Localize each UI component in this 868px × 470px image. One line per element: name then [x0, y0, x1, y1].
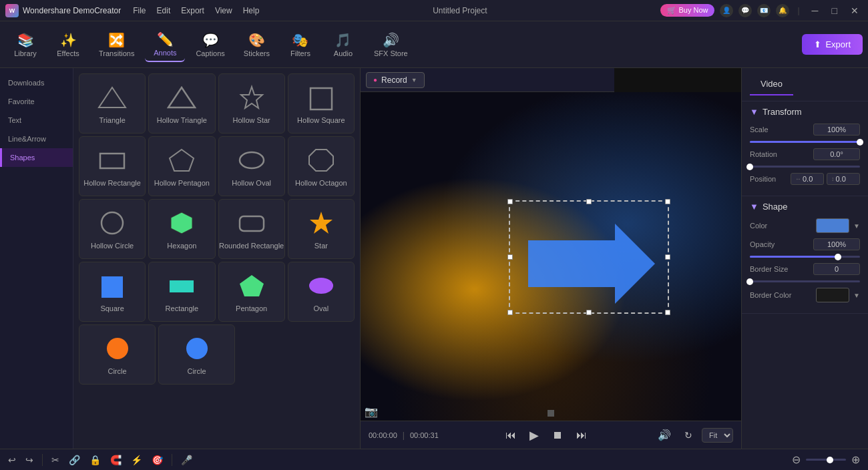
toolbar-captions[interactable]: 💬 Captions — [188, 28, 232, 61]
zoom-in-button[interactable]: ⊕ — [849, 452, 863, 467]
zoom-slider-thumb[interactable] — [827, 457, 833, 463]
toolbar-stickers[interactable]: 🎨 Stickers — [236, 28, 278, 61]
sidebar-item-text[interactable]: Text — [0, 111, 73, 130]
hollow-star-preview — [234, 83, 269, 112]
forward-button[interactable]: ⏭ — [572, 428, 591, 443]
opacity-value[interactable]: 100% — [813, 238, 860, 250]
position-x-value[interactable]: ↔ 0.0 — [791, 173, 824, 185]
buy-now-button[interactable]: 🛒 Buy Now — [660, 4, 714, 17]
border-size-value[interactable]: 0 — [813, 263, 860, 275]
motion-button[interactable]: 🎯 — [149, 453, 166, 467]
ripple-button[interactable]: 🔗 — [66, 453, 83, 467]
play-button[interactable]: ▶ — [525, 427, 543, 444]
camera-icon[interactable]: 📷 — [365, 405, 378, 418]
shape-triangle[interactable]: Triangle — [79, 73, 146, 134]
shape-oval[interactable]: Oval — [288, 262, 355, 322]
scale-slider-thumb[interactable] — [857, 139, 863, 146]
scale-slider[interactable] — [750, 141, 860, 143]
selection-handle-mr[interactable] — [665, 254, 670, 260]
selection-handle-bl[interactable] — [507, 310, 513, 315]
rewind-button[interactable]: ⏮ — [501, 428, 520, 443]
shape-rounded-rectangle[interactable]: Rounded Rectangle — [218, 199, 285, 259]
user-icon[interactable]: 👤 — [720, 4, 733, 17]
shape-hollow-square[interactable]: Hollow Square — [288, 73, 355, 134]
refresh-button[interactable]: ↻ — [680, 429, 696, 442]
selection-handle-tr[interactable] — [665, 199, 670, 204]
border-size-slider-thumb[interactable] — [746, 278, 753, 285]
shape-square[interactable]: Square — [79, 262, 146, 322]
split-button[interactable]: ⚡ — [128, 453, 145, 467]
border-color-picker[interactable] — [816, 288, 849, 302]
shape-pentagon[interactable]: Pentagon — [218, 262, 285, 322]
shape-hollow-triangle[interactable]: Hollow Triangle — [148, 73, 215, 134]
notification-icon[interactable]: 🔔 — [776, 4, 789, 17]
toolbar-library[interactable]: 📚 Library — [5, 28, 45, 61]
menu-view[interactable]: View — [215, 6, 232, 15]
menu-edit[interactable]: Edit — [157, 6, 171, 15]
rotation-slider[interactable] — [750, 166, 860, 168]
shape-hollow-oval[interactable]: Hollow Oval — [218, 136, 285, 196]
cut-button[interactable]: ✂ — [49, 453, 62, 467]
shape-hollow-pentagon[interactable]: Hollow Pentagon — [148, 136, 215, 196]
close-button[interactable]: ✕ — [847, 4, 863, 17]
redo-button[interactable]: ↪ — [23, 453, 36, 467]
zoom-out-button[interactable]: ⊖ — [789, 452, 803, 467]
community-icon[interactable]: 💬 — [738, 4, 752, 17]
toolbar-transitions[interactable]: 🔀 Transitions — [91, 28, 142, 61]
menu-file[interactable]: File — [133, 6, 146, 15]
zoom-slider[interactable] — [806, 459, 846, 461]
selection-handle-br[interactable] — [665, 310, 670, 315]
shape-hollow-rectangle[interactable]: Hollow Rectangle — [79, 136, 146, 196]
video-controls: 00:00:00 | 00:00:31 ⏮ ▶ ⏹ ⏭ 🔊 ↻ Fit — [361, 421, 741, 449]
magnet-button[interactable]: 🧲 — [107, 453, 124, 467]
opacity-slider-thumb[interactable] — [835, 254, 841, 260]
video-tab[interactable]: Video — [750, 73, 793, 95]
shape-hexagon[interactable]: Hexagon — [148, 199, 215, 259]
volume-button[interactable]: 🔊 — [654, 427, 675, 443]
color-dropdown-icon[interactable]: ▼ — [853, 222, 860, 230]
border-color-dropdown-icon[interactable]: ▼ — [853, 292, 860, 299]
toolbar-audio[interactable]: 🎵 Audio — [323, 28, 363, 61]
voice-button[interactable]: 🎤 — [178, 453, 195, 467]
record-button[interactable]: ● Record ▼ — [366, 72, 425, 88]
minimize-button[interactable]: ─ — [808, 4, 823, 17]
border-size-slider[interactable] — [750, 280, 860, 282]
color-picker[interactable] — [816, 218, 849, 233]
rotation-value[interactable]: 0.0° — [813, 148, 860, 160]
sidebar-item-shapes[interactable]: Shapes — [0, 148, 73, 167]
shape-circle-orange[interactable]: Circle — [79, 324, 156, 385]
position-y-value[interactable]: ↕ 0.0 — [827, 173, 860, 185]
export-button[interactable]: ⬆ Export — [802, 34, 863, 55]
toolbar-filters[interactable]: 🎭 Filters — [280, 28, 320, 61]
shape-hollow-octagon[interactable]: Hollow Octagon — [288, 136, 355, 196]
shape-overlay-arrow[interactable] — [528, 217, 662, 310]
sidebar-item-linearrow[interactable]: Line&Arrow — [0, 130, 73, 148]
menu-help[interactable]: Help — [243, 6, 260, 15]
shape-hollow-circle[interactable]: Hollow Circle — [79, 199, 146, 259]
undo-button[interactable]: ↩ — [5, 453, 19, 467]
toolbar-annots[interactable]: ✏️ Annots — [145, 27, 185, 62]
fit-select[interactable]: Fit — [702, 428, 733, 443]
border-color-picker-area[interactable]: ▼ — [816, 288, 860, 302]
selection-handle-bc[interactable] — [586, 310, 592, 315]
sidebar-item-downloads[interactable]: Downloads — [0, 73, 73, 92]
toolbar-sfx[interactable]: 🔊 SFX Store — [366, 28, 416, 61]
toolbar-effects[interactable]: ✨ Effects — [48, 28, 88, 61]
scale-value[interactable]: 100% — [813, 124, 860, 136]
shape-star[interactable]: Star — [288, 199, 355, 259]
selection-handle-tl[interactable] — [507, 199, 513, 204]
menu-export[interactable]: Export — [181, 6, 204, 15]
color-picker-area[interactable]: ▼ — [816, 218, 860, 233]
shape-hollow-star[interactable]: Hollow Star — [218, 73, 285, 134]
shape-rectangle[interactable]: Rectangle — [148, 262, 215, 322]
maximize-button[interactable]: □ — [828, 4, 841, 17]
rotation-slider-thumb[interactable] — [746, 164, 753, 170]
selection-handle-ml[interactable] — [507, 254, 513, 260]
stop-button[interactable]: ⏹ — [548, 428, 567, 443]
opacity-slider[interactable] — [750, 256, 860, 258]
mail-icon[interactable]: 📧 — [757, 4, 771, 17]
lock-button[interactable]: 🔒 — [87, 453, 103, 467]
selection-handle-tc[interactable] — [586, 199, 592, 204]
sidebar-item-favorite[interactable]: Favorite — [0, 92, 73, 111]
shape-circle-blue[interactable]: Circle — [158, 324, 235, 385]
